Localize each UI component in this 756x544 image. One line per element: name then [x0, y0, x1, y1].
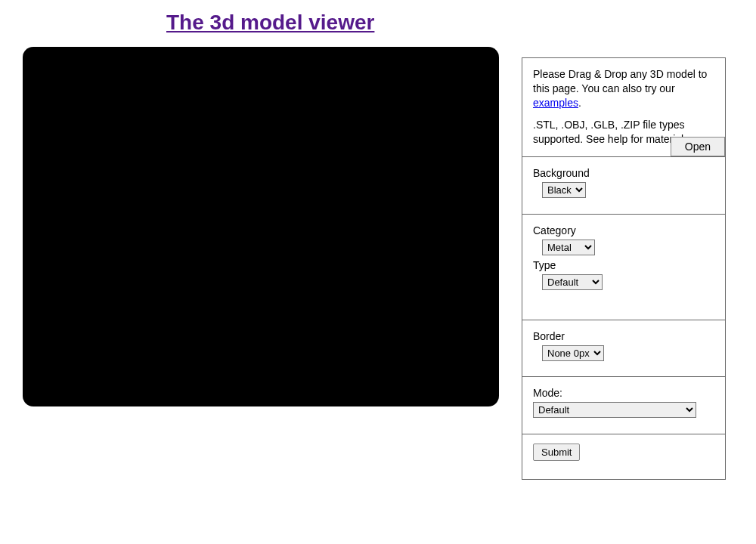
background-label: Background	[533, 166, 714, 181]
examples-link[interactable]: examples	[533, 97, 578, 109]
panel-category-type: Category Metal Type Default	[522, 215, 725, 320]
panel-mode: Mode: Default	[522, 377, 725, 434]
model-viewport[interactable]	[23, 47, 499, 406]
border-select[interactable]: None 0px	[542, 345, 604, 361]
panel-border: Border None 0px	[522, 320, 725, 377]
panel-intro: Please Drag & Drop any 3D model to this …	[522, 58, 725, 157]
panel-submit: Submit	[522, 434, 725, 480]
category-label: Category	[533, 224, 714, 238]
border-label: Border	[533, 329, 714, 344]
type-label: Type	[533, 258, 714, 273]
mode-label: Mode:	[533, 386, 714, 400]
intro-text-1: Please Drag & Drop any 3D model to this …	[533, 68, 707, 94]
category-select[interactable]: Metal	[542, 240, 595, 255]
background-select[interactable]: Black	[542, 182, 586, 198]
intro-text-1-suffix: .	[578, 97, 581, 109]
settings-sidebar: Please Drag & Drop any 3D model to this …	[522, 57, 726, 480]
type-select[interactable]: Default	[542, 274, 603, 290]
open-button[interactable]: Open	[671, 137, 725, 156]
page-title-link[interactable]: The 3d model viewer	[166, 11, 374, 35]
submit-button[interactable]: Submit	[533, 444, 580, 461]
panel-background: Background Black	[522, 157, 725, 215]
mode-select[interactable]: Default	[533, 402, 696, 418]
